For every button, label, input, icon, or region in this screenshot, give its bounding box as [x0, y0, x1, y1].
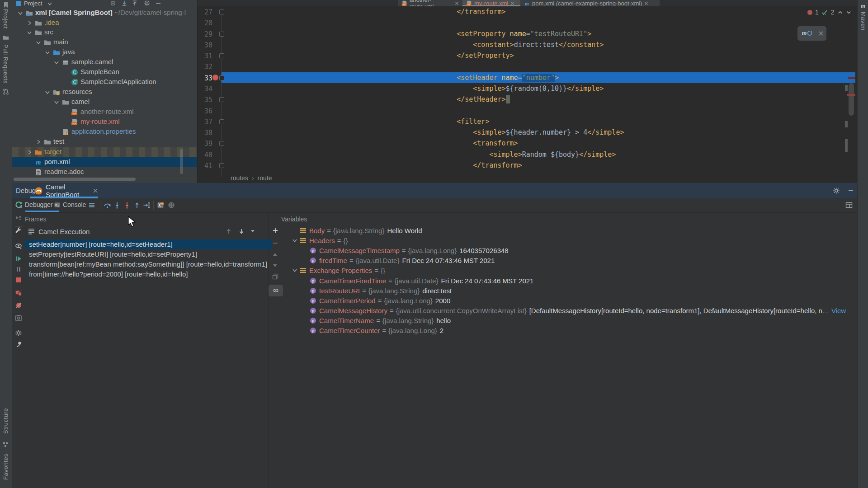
- editor-scrollbar-thumb[interactable]: [849, 83, 854, 116]
- add-watch-icon[interactable]: [272, 227, 278, 234]
- gutter-line-number[interactable]: 28: [199, 19, 212, 27]
- tree-row-target[interactable]: target: [12, 147, 198, 157]
- code-line[interactable]: <setHeader name="number">: [432, 72, 559, 83]
- structure-icon[interactable]: [3, 441, 9, 448]
- code-line[interactable]: <simple>Random ${body}</simple>: [432, 149, 616, 160]
- variable-row-CamelTimerCounter[interactable]: pCamelTimerCounter={java.lang.Long}2: [288, 325, 868, 335]
- code-line[interactable]: </setProperty>: [432, 50, 514, 61]
- gutter-line-number[interactable]: 34: [199, 85, 212, 93]
- gutter-line-number[interactable]: 39: [199, 140, 212, 148]
- code-line[interactable]: <constant>direct:test</constant>: [432, 39, 604, 50]
- infinity-toggle-icon[interactable]: ∞: [269, 285, 283, 296]
- fold-marker-icon[interactable]: [219, 163, 224, 168]
- variable-row-CamelTimerPeriod[interactable]: pCamelTimerPeriod={java.lang.Long}2000: [288, 296, 868, 305]
- breadcrumb-item-route[interactable]: route: [258, 174, 272, 182]
- fold-marker-icon[interactable]: [219, 9, 224, 14]
- fold-marker-icon[interactable]: [219, 75, 224, 80]
- layout-settings-icon[interactable]: [845, 202, 853, 209]
- strip-camera-icon[interactable]: [12, 314, 25, 321]
- tree-row-my-route-xml[interactable]: <>my-route.xml: [12, 117, 198, 127]
- breakpoint-icon[interactable]: [212, 75, 218, 80]
- settings-gear-icon[interactable]: [144, 0, 150, 6]
- strip-show-execution-point-icon[interactable]: [12, 214, 25, 221]
- move-up-icon[interactable]: [272, 252, 278, 258]
- chevron-down-icon[interactable]: [292, 237, 298, 244]
- step-out-icon[interactable]: [133, 202, 141, 209]
- frame-row[interactable]: setProperty[testRouteURI] [route=hello,i…: [25, 249, 272, 259]
- strip-resume-icon[interactable]: [12, 255, 25, 262]
- expand-all-icon[interactable]: [121, 0, 127, 6]
- editor[interactable]: 27 </transform>2829 <setProperty name="t…: [198, 6, 857, 183]
- stripe-label-structure[interactable]: Structure: [2, 408, 9, 434]
- strip-pause-icon[interactable]: [12, 266, 25, 272]
- debug-session-tab[interactable]: Camel SpringBoot: [30, 183, 98, 198]
- folder-mini-icon[interactable]: [3, 34, 9, 41]
- close-icon[interactable]: [93, 188, 98, 193]
- tree-row--idea[interactable]: .idea: [12, 18, 198, 28]
- tree-chevron-icon[interactable]: [26, 149, 33, 155]
- variable-row-CamelMessageTimestamp[interactable]: pCamelMessageTimestamp={java.lang.Long}1…: [288, 245, 868, 255]
- close-icon[interactable]: [644, 1, 648, 5]
- stripe-label-project[interactable]: Project: [2, 9, 9, 29]
- gutter-line-number[interactable]: 35: [199, 96, 212, 104]
- tree-row-test[interactable]: test: [12, 137, 198, 147]
- tree-row-samplecamelapplication[interactable]: CSampleCamelApplication: [12, 77, 198, 87]
- view-link[interactable]: View: [829, 307, 846, 314]
- fold-marker-icon[interactable]: [219, 97, 224, 102]
- bookmark-icon[interactable]: [3, 2, 9, 8]
- gutter-line-number[interactable]: 41: [199, 162, 212, 170]
- chevron-up-icon[interactable]: [837, 9, 843, 15]
- tree-row-application-properties[interactable]: application.properties: [12, 127, 198, 137]
- fold-marker-icon[interactable]: [219, 53, 224, 58]
- variable-row-Exchange Properties[interactable]: Exchange Properties={}: [288, 265, 858, 275]
- step-into-icon[interactable]: [113, 202, 121, 209]
- gutter-line-number[interactable]: 30: [199, 41, 212, 49]
- evaluate-expression-icon[interactable]: [157, 202, 164, 209]
- copy-icon[interactable]: [272, 273, 278, 280]
- fold-marker-icon[interactable]: [219, 119, 224, 124]
- inspections-widget[interactable]: 12: [807, 9, 852, 16]
- code-line[interactable]: </transform>: [432, 6, 506, 17]
- code-line[interactable]: </setHeader>: [432, 94, 510, 105]
- close-icon[interactable]: [510, 1, 514, 5]
- tree-chevron-icon[interactable]: [26, 29, 33, 36]
- view-breakpoints-dots-icon[interactable]: [168, 202, 175, 209]
- maven-sync-icon[interactable]: m: [801, 29, 812, 38]
- breadcrumb-item-routes[interactable]: routes: [231, 174, 248, 182]
- pull-request-icon[interactable]: [3, 89, 9, 95]
- gutter-line-number[interactable]: 29: [199, 30, 212, 38]
- tree-row-pom-xml[interactable]: mpom.xml: [12, 157, 198, 167]
- variable-row-firedTime[interactable]: pfiredTime={java.util.Date}Fri Dec 24 07…: [288, 255, 868, 265]
- code-line[interactable]: </transform>: [432, 160, 522, 171]
- frame-row[interactable]: from[timer://hello?period=2000] [route=h…: [25, 269, 272, 279]
- variable-row-Body[interactable]: Body={java.lang.String}Hello World: [288, 225, 858, 235]
- gutter-line-number[interactable]: 37: [199, 118, 212, 126]
- gutter-line-number[interactable]: 40: [199, 151, 212, 159]
- chevron-down-icon[interactable]: [47, 0, 53, 7]
- strip-eye-icon[interactable]: [12, 243, 25, 250]
- hamburger-icon[interactable]: [88, 202, 95, 209]
- strip-stop-icon[interactable]: [12, 277, 25, 283]
- variable-row-CamelTimerFiredTime[interactable]: pCamelTimerFiredTime={java.util.Date}Fri…: [288, 276, 868, 286]
- settings-gear-icon[interactable]: [833, 187, 840, 194]
- code-line[interactable]: <simple>${random(0,10)}</simple>: [432, 83, 604, 94]
- tree-row-camel[interactable]: camel: [12, 97, 198, 107]
- variable-row-CamelMessageHistory[interactable]: pCamelMessageHistory={java.util.concurre…: [288, 305, 868, 315]
- breadcrumb[interactable]: routes›route: [231, 174, 272, 182]
- tree-chevron-icon[interactable]: [53, 99, 60, 105]
- variable-row-CamelTimerName[interactable]: pCamelTimerName={java.lang.String}hello: [288, 315, 868, 325]
- tree-chevron-icon[interactable]: [35, 139, 42, 145]
- chevron-down-icon[interactable]: [250, 228, 255, 234]
- frame-down-icon[interactable]: [238, 228, 245, 235]
- code-line[interactable]: <transform>: [432, 138, 518, 149]
- move-down-icon[interactable]: [272, 263, 278, 268]
- tree-row-src[interactable]: src: [12, 28, 198, 38]
- code-line[interactable]: <setProperty name="testRouteURI">: [432, 28, 591, 39]
- gutter-line-number[interactable]: 38: [199, 129, 212, 137]
- gutter-line-number[interactable]: 32: [199, 63, 212, 71]
- maven-reload-chip[interactable]: m: [797, 26, 826, 41]
- chevron-down-icon[interactable]: [846, 9, 852, 15]
- project-panel-title[interactable]: Project: [24, 0, 42, 7]
- strip-settings-gear-icon[interactable]: [12, 329, 25, 337]
- close-icon[interactable]: [455, 1, 459, 5]
